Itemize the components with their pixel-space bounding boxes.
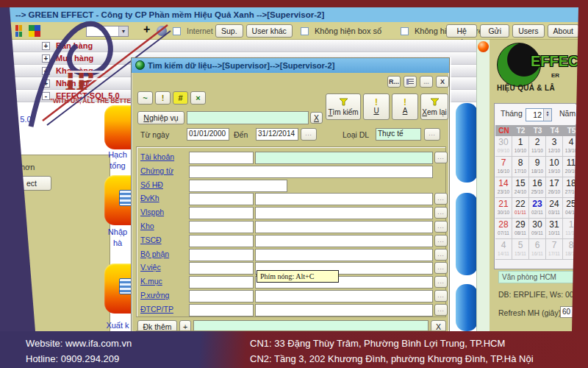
office-field[interactable]: Văn phòng HCM xyxy=(498,271,575,283)
criteria-input-2[interactable] xyxy=(255,290,433,302)
toolbar-button-g-i-tin-nh-n[interactable]: Gửi tin nhắn xyxy=(480,24,509,38)
calendar-day-5[interactable]: 515/11 xyxy=(512,239,529,260)
number-tool-icon[interactable]: # xyxy=(173,91,188,105)
toolbar-button-h-th-ng[interactable]: Hệ thống xyxy=(446,24,477,38)
criteria-label-ch-ng-t[interactable]: Chứng từ xyxy=(140,166,173,175)
criteria-more-button[interactable]: ... xyxy=(434,276,448,288)
criteria-label-tcp-tp[interactable]: ĐTCP/TP xyxy=(140,305,173,314)
criteria-more-button[interactable]: ... xyxy=(434,290,448,302)
calendar-day-31[interactable]: 3110/11 xyxy=(546,219,563,239)
criteria-input[interactable] xyxy=(189,304,254,316)
nghiep-vu-button[interactable]: Nghiệp vụ xyxy=(137,111,184,124)
criteria-input-2[interactable] xyxy=(255,249,433,261)
criteria-input[interactable] xyxy=(189,235,254,247)
criteria-label-vkh[interactable]: ĐvKh xyxy=(140,194,159,202)
criteria-more-button[interactable]: ... xyxy=(434,249,448,261)
to-date-input[interactable]: 31/12/2014 xyxy=(256,128,298,141)
data-type-value[interactable]: Thực tế xyxy=(376,128,421,141)
more-button[interactable]: ... xyxy=(420,76,433,88)
criteria-more-button[interactable]: ... xyxy=(434,304,448,316)
display-checkbox[interactable] xyxy=(301,27,309,35)
criteria-input[interactable] xyxy=(189,152,254,164)
criteria-input-2[interactable] xyxy=(255,304,433,316)
expander-icon[interactable]: + xyxy=(42,79,50,88)
criteria-input-2[interactable] xyxy=(255,221,433,233)
criteria-more-button[interactable]: ... xyxy=(434,235,448,247)
criteria-input[interactable] xyxy=(189,166,433,178)
criteria-input[interactable] xyxy=(189,290,254,302)
expander-icon[interactable]: - xyxy=(42,92,50,100)
internet-checkbox-group[interactable]: Internet xyxy=(173,26,213,35)
calendar-day-30[interactable]: 3009/11 xyxy=(529,219,546,239)
dialog-titlebar[interactable]: Tìm kiếm dữ liệu-->[Supervisor]-->[Super… xyxy=(132,58,449,73)
criteria-input[interactable] xyxy=(189,262,254,275)
criteria-input[interactable] xyxy=(189,193,254,205)
criteria-label-kho[interactable]: Kho xyxy=(140,222,154,230)
criteria-label-vlspph[interactable]: Vlspph xyxy=(140,208,164,216)
action-button-u[interactable]: !U xyxy=(363,93,390,120)
criteria-input[interactable] xyxy=(189,249,254,261)
date-more-button[interactable]: ... xyxy=(301,128,317,141)
calendar-day-16[interactable]: 1625/10 xyxy=(529,177,546,198)
splitter-strip[interactable] xyxy=(476,40,490,331)
blue-action-bar[interactable] xyxy=(456,284,478,331)
criteria-input[interactable] xyxy=(189,180,287,192)
close-button[interactable]: X xyxy=(436,76,449,88)
calendar-day-9[interactable]: 918/10 xyxy=(529,157,546,177)
nghiep-vu-input[interactable] xyxy=(187,111,309,124)
expander-icon[interactable]: + xyxy=(42,54,50,63)
display-checkbox[interactable] xyxy=(401,27,409,35)
criteria-input-2[interactable] xyxy=(255,207,433,219)
chart-tool-icon[interactable]: ~ xyxy=(137,91,153,105)
calendar-day-14[interactable]: 1423/10 xyxy=(495,177,512,198)
calendar-day-10[interactable]: 1019/10 xyxy=(546,157,563,177)
recent-button[interactable]: R... xyxy=(387,76,401,88)
criteria-more-button[interactable]: ... xyxy=(434,262,448,274)
calendar-day-17[interactable]: 1726/10 xyxy=(546,177,563,198)
nghiep-vu-clear-button[interactable]: X xyxy=(310,112,323,124)
toolbar-button-user-kh-c[interactable]: User khác xyxy=(246,24,293,38)
sphere-icon[interactable] xyxy=(157,26,167,36)
action-button-t-m-ki-m[interactable]: Tìm kiếm xyxy=(326,93,361,120)
sidebar-item-b-n-h-ng[interactable]: +Bán hàng xyxy=(10,40,476,52)
internet-checkbox[interactable] xyxy=(173,27,181,35)
box-so-checkbox-group[interactable]: Không hiện box số xyxy=(301,26,381,35)
calendar-day-28[interactable]: 2807/11 xyxy=(495,219,512,239)
calendar-day-24[interactable]: 2403/11 xyxy=(546,198,563,219)
criteria-label-tsc[interactable]: TSCĐ xyxy=(140,236,162,244)
close-tool-icon[interactable]: × xyxy=(190,91,206,105)
criteria-input-2[interactable] xyxy=(255,235,433,247)
action-button-xem-l-i[interactable]: Xem lại xyxy=(420,93,448,120)
criteria-label-s-h[interactable]: Số HĐ xyxy=(140,180,163,189)
color-bars-icon[interactable] xyxy=(15,25,23,37)
pinwheel-icon[interactable] xyxy=(29,25,40,37)
calendar-day-21[interactable]: 2130/10 xyxy=(495,198,512,219)
list-view-button[interactable] xyxy=(404,76,417,88)
expander-icon[interactable]: + xyxy=(42,42,50,50)
calendar-day-30[interactable]: 3009/10 xyxy=(495,136,512,157)
criteria-input[interactable] xyxy=(189,221,254,233)
criteria-more-button[interactable]: ... xyxy=(434,193,448,205)
spinner-arrows-icon[interactable]: ▲▼ xyxy=(543,109,551,121)
blue-action-bar[interactable] xyxy=(456,103,478,183)
data-type-more-button[interactable]: ... xyxy=(424,128,440,141)
calendar-day-1[interactable]: 110/10 xyxy=(512,136,529,157)
exclaim-tool-icon[interactable]: ! xyxy=(155,91,171,105)
toolbar-button-users[interactable]: Users xyxy=(512,24,544,38)
calendar-day-2[interactable]: 211/10 xyxy=(529,136,546,157)
criteria-more-button[interactable]: ... xyxy=(434,152,448,163)
criteria-label-v-vi-c[interactable]: V.việc xyxy=(140,263,161,272)
calendar-day-22[interactable]: 2201/11 xyxy=(512,198,529,219)
criteria-label-p-x-ng[interactable]: P.xưởng xyxy=(140,291,169,300)
collapse-ball-button[interactable] xyxy=(478,41,489,52)
calendar-day-15[interactable]: 1524/10 xyxy=(512,177,529,198)
calendar-day-6[interactable]: 616/11 xyxy=(529,239,546,260)
calendar-day-7[interactable]: 716/10 xyxy=(495,157,512,177)
calendar-day-4[interactable]: 414/11 xyxy=(495,239,512,260)
criteria-more-button[interactable]: ... xyxy=(434,207,448,219)
from-date-input[interactable]: 01/01/2000 xyxy=(187,128,229,141)
plus-tool-icon[interactable]: + xyxy=(143,23,150,36)
calendar-day-23[interactable]: 2302/11 xyxy=(529,198,546,219)
calendar-day-7[interactable]: 717/11 xyxy=(546,239,563,260)
criteria-label-b-ph-n[interactable]: Bộ phận xyxy=(140,250,169,258)
